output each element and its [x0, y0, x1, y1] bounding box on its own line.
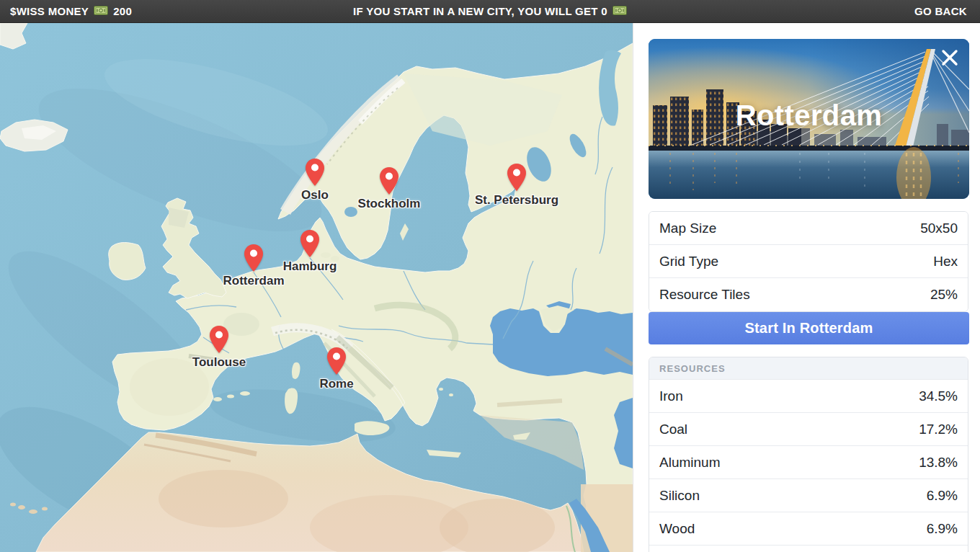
setting-value: 50x50	[920, 221, 958, 236]
map-pin-rotterdam[interactable]: Rotterdam	[244, 244, 263, 272]
city-label: Rome	[319, 377, 353, 391]
map-settings-group: Map Size 50x50 Grid Type Hex Resource Ti…	[649, 211, 968, 312]
resource-row-partial	[649, 546, 968, 552]
money-amount: 200	[113, 5, 132, 17]
resource-label: Iron	[659, 388, 683, 404]
city-label: Toulouse	[192, 355, 246, 370]
city-panel: Rotterdam Map Size 50x50 Grid Type Hex R…	[633, 23, 980, 552]
map-pin-oslo[interactable]: Oslo	[306, 159, 324, 186]
resource-label: Silicon	[659, 488, 700, 504]
resource-value: 6.9%	[927, 521, 958, 537]
resource-value: 6.9%	[927, 488, 958, 504]
city-label: St. Petersburg	[475, 193, 558, 208]
resource-row-wood: Wood 6.9%	[649, 512, 968, 546]
city-photo-card: Rotterdam	[649, 39, 969, 199]
resource-row-aluminum: Aluminum 13.8%	[649, 446, 968, 479]
money-counter: $WISS MONEY 200	[0, 5, 132, 17]
city-label: Hamburg	[283, 259, 337, 274]
setting-label: Resource Tiles	[659, 287, 750, 303]
map-pin-st-petersburg[interactable]: St. Petersburg	[507, 164, 526, 191]
resource-value: 13.8%	[919, 455, 958, 471]
resources-header: RESOURCES	[649, 357, 968, 380]
setting-row-map-size: Map Size 50x50	[649, 212, 968, 245]
resources-group: RESOURCES Iron 34.5% Coal 17.2% Aluminum…	[649, 357, 968, 552]
close-icon[interactable]	[940, 48, 959, 67]
map-pin-rome[interactable]: Rome	[327, 347, 346, 375]
setting-row-resource-tiles: Resource Tiles 25%	[649, 278, 968, 311]
europe-map[interactable]: Oslo Stockholm St. Petersburg Hamburg Ro…	[0, 23, 633, 552]
money-label: $WISS MONEY	[10, 5, 89, 17]
topbar-message-text: IF YOU START IN A NEW CITY, YOU WILL GET…	[353, 5, 607, 17]
resource-value: 34.5%	[919, 388, 958, 404]
map-pin-stockholm[interactable]: Stockholm	[380, 167, 398, 195]
setting-row-grid-type: Grid Type Hex	[649, 245, 968, 278]
city-label: Rotterdam	[223, 274, 284, 288]
topbar-message: IF YOU START IN A NEW CITY, YOU WILL GET…	[0, 5, 980, 17]
resource-row-silicon: Silicon 6.9%	[649, 479, 968, 512]
city-label: Oslo	[301, 188, 329, 202]
setting-label: Map Size	[659, 221, 716, 236]
top-bar: IF YOU START IN A NEW CITY, YOU WILL GET…	[0, 0, 980, 23]
resource-value: 17.2%	[919, 422, 958, 437]
start-in-city-button[interactable]: Start In Rotterdam	[649, 312, 969, 344]
resource-label: Aluminum	[659, 455, 720, 471]
rotterdam-photo	[649, 39, 969, 199]
setting-value: 25%	[930, 287, 958, 303]
map-pin-hamburg[interactable]: Hamburg	[300, 230, 319, 257]
setting-label: Grid Type	[659, 254, 718, 270]
resource-row-coal: Coal 17.2%	[649, 413, 968, 446]
go-back-button[interactable]: GO BACK	[914, 5, 980, 17]
map-pin-toulouse[interactable]: Toulouse	[210, 326, 228, 353]
terrain-basemap	[0, 23, 633, 552]
resource-label: Wood	[659, 521, 695, 537]
resource-row-iron: Iron 34.5%	[649, 380, 968, 413]
setting-value: Hex	[933, 254, 958, 270]
city-label: Stockholm	[358, 197, 421, 211]
money-icon	[612, 5, 627, 17]
resource-label: Coal	[659, 422, 687, 437]
money-icon	[94, 5, 108, 17]
